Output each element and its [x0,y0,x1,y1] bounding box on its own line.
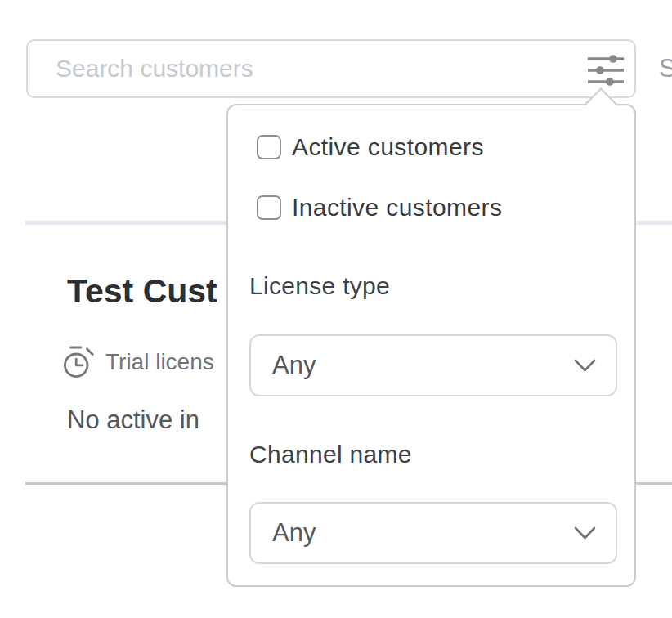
search-bar [26,39,636,98]
license-type-text: Trial licens [105,349,214,375]
license-type-value: Any [272,351,316,380]
license-type-select[interactable]: Any [249,334,617,396]
channel-name-label: Channel name [249,441,412,468]
sliders-icon [587,54,625,87]
filter-button[interactable] [580,44,632,96]
stopwatch-icon [64,344,95,380]
license-info-row: Trial licens [64,343,214,381]
customers-page: Test Cust Trial licens No active in [0,0,672,618]
filter-popup: Active customers Inactive customers Lice… [226,104,636,587]
channel-name-select[interactable]: Any [249,502,617,564]
installation-status-text: No active in [67,405,199,435]
inactive-customers-option[interactable]: Inactive customers [257,194,502,222]
clipped-right-text[interactable]: S [659,54,672,83]
active-customers-option[interactable]: Active customers [257,133,484,161]
checkbox-label: Active customers [292,133,484,161]
chevron-down-icon [574,526,596,544]
active-customers-checkbox[interactable] [257,135,281,159]
channel-name-value: Any [272,518,316,548]
license-type-label: License type [249,272,390,300]
inactive-customers-checkbox[interactable] [257,195,281,220]
chevron-down-icon [574,359,596,376]
search-input[interactable] [28,41,634,96]
checkbox-label: Inactive customers [292,194,502,222]
customer-name-title: Test Cust [67,272,217,311]
